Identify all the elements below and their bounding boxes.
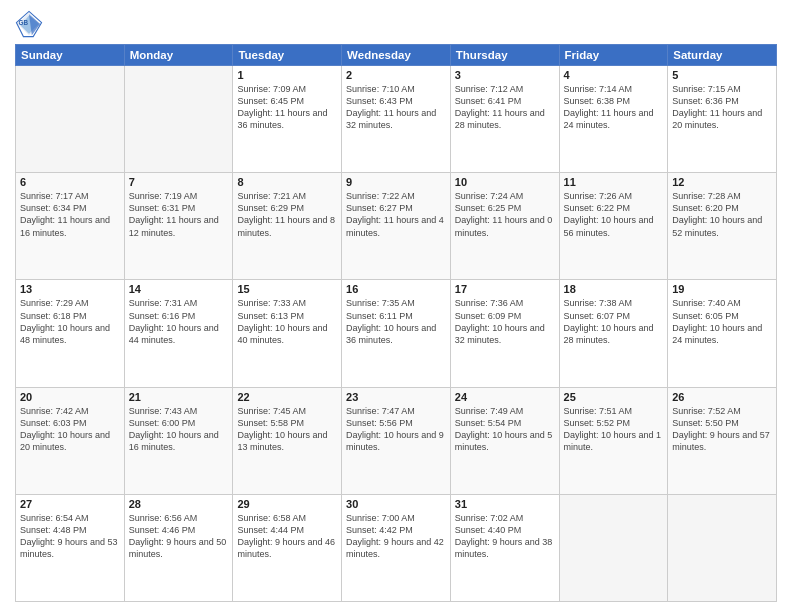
cell-info: Sunrise: 7:45 AM Sunset: 5:58 PM Dayligh… bbox=[237, 405, 337, 454]
cell-info: Sunrise: 7:33 AM Sunset: 6:13 PM Dayligh… bbox=[237, 297, 337, 346]
day-number: 27 bbox=[20, 498, 120, 510]
day-number: 17 bbox=[455, 283, 555, 295]
cell-info: Sunrise: 7:36 AM Sunset: 6:09 PM Dayligh… bbox=[455, 297, 555, 346]
weekday-header-sunday: Sunday bbox=[16, 45, 125, 66]
calendar-cell bbox=[559, 494, 668, 601]
calendar-cell: 25Sunrise: 7:51 AM Sunset: 5:52 PM Dayli… bbox=[559, 387, 668, 494]
calendar-cell: 18Sunrise: 7:38 AM Sunset: 6:07 PM Dayli… bbox=[559, 280, 668, 387]
cell-info: Sunrise: 7:38 AM Sunset: 6:07 PM Dayligh… bbox=[564, 297, 664, 346]
calendar-cell: 24Sunrise: 7:49 AM Sunset: 5:54 PM Dayli… bbox=[450, 387, 559, 494]
day-number: 14 bbox=[129, 283, 229, 295]
cell-info: Sunrise: 7:00 AM Sunset: 4:42 PM Dayligh… bbox=[346, 512, 446, 561]
calendar-cell: 22Sunrise: 7:45 AM Sunset: 5:58 PM Dayli… bbox=[233, 387, 342, 494]
day-number: 31 bbox=[455, 498, 555, 510]
weekday-header-monday: Monday bbox=[124, 45, 233, 66]
calendar-cell: 20Sunrise: 7:42 AM Sunset: 6:03 PM Dayli… bbox=[16, 387, 125, 494]
day-number: 8 bbox=[237, 176, 337, 188]
day-number: 24 bbox=[455, 391, 555, 403]
cell-info: Sunrise: 7:22 AM Sunset: 6:27 PM Dayligh… bbox=[346, 190, 446, 239]
cell-info: Sunrise: 7:17 AM Sunset: 6:34 PM Dayligh… bbox=[20, 190, 120, 239]
cell-info: Sunrise: 7:24 AM Sunset: 6:25 PM Dayligh… bbox=[455, 190, 555, 239]
cell-info: Sunrise: 7:43 AM Sunset: 6:00 PM Dayligh… bbox=[129, 405, 229, 454]
calendar-cell: 5Sunrise: 7:15 AM Sunset: 6:36 PM Daylig… bbox=[668, 66, 777, 173]
day-number: 2 bbox=[346, 69, 446, 81]
calendar-week-4: 20Sunrise: 7:42 AM Sunset: 6:03 PM Dayli… bbox=[16, 387, 777, 494]
page-header: GB bbox=[15, 10, 777, 38]
cell-info: Sunrise: 7:12 AM Sunset: 6:41 PM Dayligh… bbox=[455, 83, 555, 132]
calendar-cell: 2Sunrise: 7:10 AM Sunset: 6:43 PM Daylig… bbox=[342, 66, 451, 173]
cell-info: Sunrise: 7:10 AM Sunset: 6:43 PM Dayligh… bbox=[346, 83, 446, 132]
day-number: 5 bbox=[672, 69, 772, 81]
calendar-cell bbox=[124, 66, 233, 173]
cell-info: Sunrise: 7:35 AM Sunset: 6:11 PM Dayligh… bbox=[346, 297, 446, 346]
calendar-cell: 17Sunrise: 7:36 AM Sunset: 6:09 PM Dayli… bbox=[450, 280, 559, 387]
cell-info: Sunrise: 6:58 AM Sunset: 4:44 PM Dayligh… bbox=[237, 512, 337, 561]
calendar-cell: 23Sunrise: 7:47 AM Sunset: 5:56 PM Dayli… bbox=[342, 387, 451, 494]
calendar-cell: 12Sunrise: 7:28 AM Sunset: 6:20 PM Dayli… bbox=[668, 173, 777, 280]
calendar-cell: 29Sunrise: 6:58 AM Sunset: 4:44 PM Dayli… bbox=[233, 494, 342, 601]
calendar-cell: 10Sunrise: 7:24 AM Sunset: 6:25 PM Dayli… bbox=[450, 173, 559, 280]
day-number: 28 bbox=[129, 498, 229, 510]
calendar-cell: 4Sunrise: 7:14 AM Sunset: 6:38 PM Daylig… bbox=[559, 66, 668, 173]
calendar-cell: 13Sunrise: 7:29 AM Sunset: 6:18 PM Dayli… bbox=[16, 280, 125, 387]
weekday-header-thursday: Thursday bbox=[450, 45, 559, 66]
calendar-cell: 3Sunrise: 7:12 AM Sunset: 6:41 PM Daylig… bbox=[450, 66, 559, 173]
day-number: 12 bbox=[672, 176, 772, 188]
day-number: 6 bbox=[20, 176, 120, 188]
calendar-cell: 7Sunrise: 7:19 AM Sunset: 6:31 PM Daylig… bbox=[124, 173, 233, 280]
calendar-week-5: 27Sunrise: 6:54 AM Sunset: 4:48 PM Dayli… bbox=[16, 494, 777, 601]
cell-info: Sunrise: 7:21 AM Sunset: 6:29 PM Dayligh… bbox=[237, 190, 337, 239]
cell-info: Sunrise: 7:28 AM Sunset: 6:20 PM Dayligh… bbox=[672, 190, 772, 239]
weekday-header-saturday: Saturday bbox=[668, 45, 777, 66]
cell-info: Sunrise: 7:52 AM Sunset: 5:50 PM Dayligh… bbox=[672, 405, 772, 454]
weekday-header-wednesday: Wednesday bbox=[342, 45, 451, 66]
day-number: 23 bbox=[346, 391, 446, 403]
day-number: 1 bbox=[237, 69, 337, 81]
weekday-header-friday: Friday bbox=[559, 45, 668, 66]
calendar-cell bbox=[16, 66, 125, 173]
cell-info: Sunrise: 7:51 AM Sunset: 5:52 PM Dayligh… bbox=[564, 405, 664, 454]
day-number: 4 bbox=[564, 69, 664, 81]
day-number: 18 bbox=[564, 283, 664, 295]
logo: GB bbox=[15, 10, 47, 38]
calendar-cell: 1Sunrise: 7:09 AM Sunset: 6:45 PM Daylig… bbox=[233, 66, 342, 173]
day-number: 13 bbox=[20, 283, 120, 295]
cell-info: Sunrise: 7:42 AM Sunset: 6:03 PM Dayligh… bbox=[20, 405, 120, 454]
calendar-page: GB SundayMondayTuesdayWednesdayThursdayF… bbox=[0, 0, 792, 612]
calendar-cell: 15Sunrise: 7:33 AM Sunset: 6:13 PM Dayli… bbox=[233, 280, 342, 387]
day-number: 16 bbox=[346, 283, 446, 295]
day-number: 7 bbox=[129, 176, 229, 188]
cell-info: Sunrise: 7:14 AM Sunset: 6:38 PM Dayligh… bbox=[564, 83, 664, 132]
weekday-header-tuesday: Tuesday bbox=[233, 45, 342, 66]
day-number: 26 bbox=[672, 391, 772, 403]
cell-info: Sunrise: 7:09 AM Sunset: 6:45 PM Dayligh… bbox=[237, 83, 337, 132]
calendar-cell: 11Sunrise: 7:26 AM Sunset: 6:22 PM Dayli… bbox=[559, 173, 668, 280]
calendar-cell: 30Sunrise: 7:00 AM Sunset: 4:42 PM Dayli… bbox=[342, 494, 451, 601]
cell-info: Sunrise: 7:02 AM Sunset: 4:40 PM Dayligh… bbox=[455, 512, 555, 561]
calendar-cell: 16Sunrise: 7:35 AM Sunset: 6:11 PM Dayli… bbox=[342, 280, 451, 387]
day-number: 19 bbox=[672, 283, 772, 295]
weekday-header-row: SundayMondayTuesdayWednesdayThursdayFrid… bbox=[16, 45, 777, 66]
cell-info: Sunrise: 7:29 AM Sunset: 6:18 PM Dayligh… bbox=[20, 297, 120, 346]
logo-icon: GB bbox=[15, 10, 43, 38]
calendar-cell: 9Sunrise: 7:22 AM Sunset: 6:27 PM Daylig… bbox=[342, 173, 451, 280]
day-number: 15 bbox=[237, 283, 337, 295]
day-number: 11 bbox=[564, 176, 664, 188]
calendar-table: SundayMondayTuesdayWednesdayThursdayFrid… bbox=[15, 44, 777, 602]
day-number: 29 bbox=[237, 498, 337, 510]
day-number: 21 bbox=[129, 391, 229, 403]
day-number: 22 bbox=[237, 391, 337, 403]
cell-info: Sunrise: 7:31 AM Sunset: 6:16 PM Dayligh… bbox=[129, 297, 229, 346]
calendar-cell: 28Sunrise: 6:56 AM Sunset: 4:46 PM Dayli… bbox=[124, 494, 233, 601]
cell-info: Sunrise: 7:26 AM Sunset: 6:22 PM Dayligh… bbox=[564, 190, 664, 239]
day-number: 10 bbox=[455, 176, 555, 188]
day-number: 9 bbox=[346, 176, 446, 188]
day-number: 20 bbox=[20, 391, 120, 403]
day-number: 30 bbox=[346, 498, 446, 510]
cell-info: Sunrise: 7:47 AM Sunset: 5:56 PM Dayligh… bbox=[346, 405, 446, 454]
cell-info: Sunrise: 7:19 AM Sunset: 6:31 PM Dayligh… bbox=[129, 190, 229, 239]
calendar-week-1: 1Sunrise: 7:09 AM Sunset: 6:45 PM Daylig… bbox=[16, 66, 777, 173]
calendar-cell: 8Sunrise: 7:21 AM Sunset: 6:29 PM Daylig… bbox=[233, 173, 342, 280]
cell-info: Sunrise: 7:15 AM Sunset: 6:36 PM Dayligh… bbox=[672, 83, 772, 132]
calendar-cell: 27Sunrise: 6:54 AM Sunset: 4:48 PM Dayli… bbox=[16, 494, 125, 601]
